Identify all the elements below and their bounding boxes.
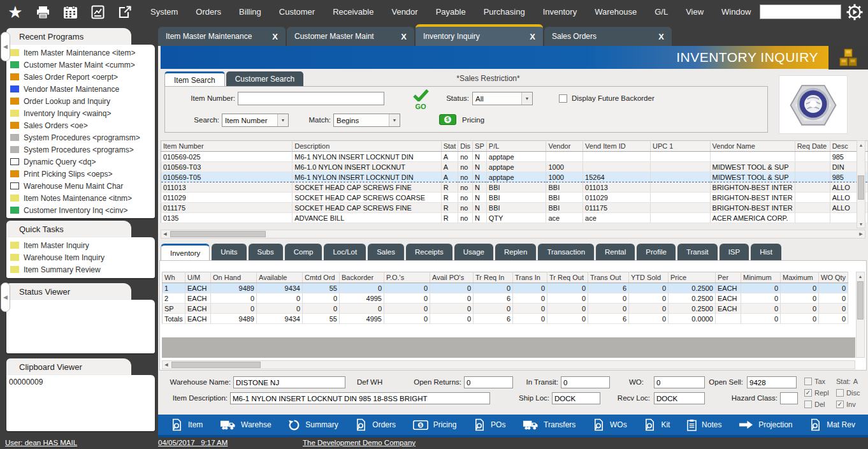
menu-receivable[interactable]: Receivable xyxy=(324,0,382,24)
col-wh[interactable]: Wh xyxy=(163,272,185,283)
toolbar-projection[interactable]: Projection xyxy=(739,420,792,429)
display-future-backorder-checkbox[interactable] xyxy=(559,94,567,103)
window-tab-customer-master-maint[interactable]: Customer Master MaintX xyxy=(287,27,414,46)
warehouse-grid-hscrollbar[interactable]: ◀ xyxy=(162,360,855,369)
tab-replen[interactable]: Replen xyxy=(495,244,536,260)
clipboard-viewer-header[interactable]: Clipboard Viewer xyxy=(6,358,131,375)
tab-close-icon[interactable]: X xyxy=(267,32,278,41)
tab-isp[interactable]: ISP xyxy=(720,244,749,260)
col-dis[interactable]: Dis xyxy=(458,141,473,152)
col-avail-po-s[interactable]: Avail PO's xyxy=(430,272,474,283)
repl-checkbox-box[interactable]: ✓ xyxy=(804,389,812,397)
recent-print-picking-slips-oeps[interactable]: Print Picking Slips <oeps> xyxy=(6,168,155,180)
inv-checkbox-box[interactable]: ✓ xyxy=(836,401,844,408)
menu-orders[interactable]: Orders xyxy=(187,0,230,24)
tab-inventory[interactable]: Inventory xyxy=(161,244,210,260)
menu-system[interactable]: System xyxy=(141,0,187,24)
window-tab-sales-orders[interactable]: Sales OrdersX xyxy=(544,27,672,46)
recent-sales-orders-oe[interactable]: Sales Orders <oe> xyxy=(6,119,155,131)
table-row[interactable]: 2EACH000499500600000.2500EACH000 xyxy=(163,293,848,304)
scroll-left-icon[interactable]: ◀ xyxy=(161,230,169,238)
col-p-l[interactable]: P/L xyxy=(486,141,546,152)
col-vendor-name[interactable]: Vendor Name xyxy=(710,141,795,152)
toolbar-mat-rev[interactable]: Mat Rev xyxy=(809,418,855,431)
tab-receipts[interactable]: Receipts xyxy=(406,244,452,260)
item-description-input[interactable] xyxy=(230,392,490,404)
toolbar-notes[interactable]: Notes xyxy=(687,419,721,431)
table-row[interactable]: 011029SOCKET HEAD CAP SCREWS COARSERnoNB… xyxy=(161,193,868,203)
global-search-input[interactable] xyxy=(760,4,841,19)
tab-close-icon[interactable]: X xyxy=(396,32,407,41)
warehouse-grid-vscrollbar[interactable]: ▲ xyxy=(856,272,865,358)
print-icon[interactable] xyxy=(34,4,52,20)
recent-order-lookup-and-inquiry[interactable]: Order Lookup and Inquiry xyxy=(6,95,155,107)
col-tr-req-in[interactable]: Tr Req In xyxy=(474,272,513,283)
disc-checkbox-box[interactable] xyxy=(836,389,844,397)
toolbar-transfers[interactable]: Transfers xyxy=(523,420,575,431)
sidebar-collapse-button-middle[interactable]: ◀ xyxy=(1,283,10,312)
pricing-money-icon[interactable]: $ xyxy=(439,114,456,125)
menu-warehouse[interactable]: Warehouse xyxy=(586,0,646,24)
col-vendor[interactable]: Vendor xyxy=(546,141,583,152)
quick-tasks-header[interactable]: Quick Tasks xyxy=(6,221,131,237)
match-dropdown[interactable]: Begins▼ xyxy=(333,114,400,127)
col-available[interactable]: Available xyxy=(257,272,303,283)
menu-window[interactable]: Window xyxy=(712,0,760,24)
col-on-hand[interactable]: On Hand xyxy=(211,272,257,283)
sidebar-collapse-button-top[interactable]: ◀ xyxy=(1,32,10,61)
calendar-icon[interactable] xyxy=(61,4,79,20)
tab-hist[interactable]: Hist xyxy=(751,244,781,260)
wo-input[interactable] xyxy=(654,376,705,388)
table-row[interactable]: TotalsEACH9489943455499500600600.0000000 xyxy=(163,314,848,324)
item-grid-vscrollbar[interactable]: ▲ ▼ xyxy=(857,140,865,228)
table-row[interactable]: 0135ADVANCE BILLRnoNQTYaceaceACER AMERIC… xyxy=(161,213,868,223)
toolbar-warehse[interactable]: Warehse xyxy=(220,420,271,431)
status-dropdown[interactable]: All▼ xyxy=(472,92,533,105)
tab-rental[interactable]: Rental xyxy=(596,244,635,260)
toolbar-pricing[interactable]: $Pricing xyxy=(413,420,457,430)
table-row[interactable]: 1EACH9489943455000000600.2500EACH000 xyxy=(163,283,848,293)
warehouse-grid[interactable]: WhU/MOn HandAvailableCmtd OrdBackorderP.… xyxy=(162,272,848,324)
col-cmtd-ord[interactable]: Cmtd Ord xyxy=(303,272,340,283)
recent-customer-master-maint-cumm[interactable]: Customer Master Maint <cumm> xyxy=(6,59,155,71)
recv-loc-input[interactable] xyxy=(654,392,705,404)
tab-subs[interactable]: Subs xyxy=(249,244,283,260)
scroll-down-icon[interactable]: ▼ xyxy=(857,220,865,228)
warehouse-name-input[interactable] xyxy=(233,376,345,388)
recent-system-procedures-programs[interactable]: System Procedures <programs> xyxy=(6,144,155,156)
status-datetime[interactable]: 04/05/2017 9:17 AM xyxy=(158,439,228,446)
scroll-up-icon[interactable]: ▲ xyxy=(857,141,865,149)
tab-profile[interactable]: Profile xyxy=(637,244,676,260)
scroll-up-icon[interactable]: ▲ xyxy=(857,272,864,280)
ship-loc-input[interactable] xyxy=(552,392,600,404)
recent-item-notes-maintenance-itnm[interactable]: Item Notes Maintenance <itnm> xyxy=(6,192,155,204)
recent-programs-header[interactable]: Recent Programs xyxy=(6,28,131,45)
col-description[interactable]: Description xyxy=(293,141,441,152)
col-p-o-s[interactable]: P.O.'s xyxy=(384,272,430,283)
toolbar-wos[interactable]: WOs xyxy=(593,418,627,431)
table-row[interactable]: 010569-025M6-1 NYLON INSERT LOCKNUT DINA… xyxy=(161,152,868,162)
disc-checkbox[interactable]: Disc xyxy=(836,387,868,399)
item-number-input[interactable] xyxy=(238,92,384,105)
col-stat[interactable]: Stat xyxy=(441,141,458,152)
col-sp[interactable]: SP xyxy=(473,141,487,152)
table-row[interactable]: 010569-T05M6-1 NYLON INSERT LOCKNUT DINA… xyxy=(161,172,868,182)
col-per[interactable]: Per xyxy=(716,272,741,283)
tab-close-icon[interactable]: X xyxy=(524,32,535,41)
tab-item-search[interactable]: Item Search xyxy=(164,71,225,87)
menu-billing[interactable]: Billing xyxy=(230,0,270,24)
menu-customer[interactable]: Customer xyxy=(270,0,324,24)
menu-payable[interactable]: Payable xyxy=(427,0,475,24)
gear-icon[interactable] xyxy=(846,4,863,20)
recent-item-master-maintenance-item[interactable]: Item Master Maintenance <item> xyxy=(6,47,155,59)
recent-dynamic-query-dq[interactable]: Dynamic Query <dq> xyxy=(6,156,155,168)
recent-sales-order-report-oerpt[interactable]: Sales Order Report <oerpt> xyxy=(6,71,155,83)
col-maximum[interactable]: Maximum xyxy=(781,272,819,283)
tab-usage[interactable]: Usage xyxy=(454,244,493,260)
menu-purchasing[interactable]: Purchasing xyxy=(475,0,534,24)
col-minimum[interactable]: Minimum xyxy=(741,272,781,283)
col-price[interactable]: Price xyxy=(669,272,716,283)
recent-vendor-master-maintenance[interactable]: Vendor Master Maintenance xyxy=(6,83,155,95)
tab-transaction[interactable]: Transaction xyxy=(538,244,594,260)
favorites-star-icon[interactable]: ★ xyxy=(6,4,24,20)
